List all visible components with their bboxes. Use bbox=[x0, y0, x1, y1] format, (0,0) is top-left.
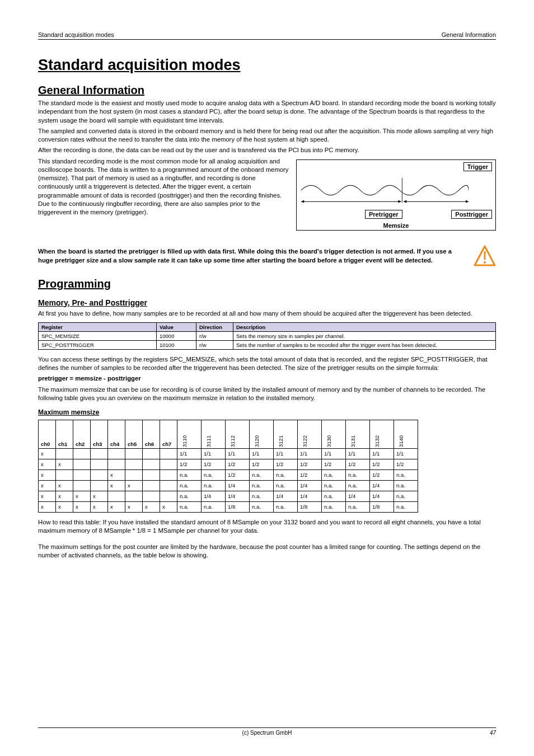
mem-p5: The maximum settings for the post counte… bbox=[38, 543, 496, 560]
mem-ch-cell bbox=[91, 469, 108, 480]
mem-model-cell: 1/2 bbox=[370, 469, 394, 480]
mem-model-cell: n.a. bbox=[202, 480, 226, 491]
reg-th-description: Description bbox=[233, 322, 496, 331]
mem-ch-cell: x bbox=[108, 469, 125, 480]
table-cell: Sets the memory size in samples per chan… bbox=[233, 331, 496, 340]
table-row: xxxxn.a.1/41/4n.a.1/41/4n.a.1/41/4n.a. bbox=[39, 491, 418, 501]
mem-ch-cell bbox=[91, 480, 108, 491]
mem-ch-cell: x bbox=[56, 501, 73, 512]
warning-icon bbox=[474, 245, 496, 267]
footer-center: (c) Spectrum GmbH bbox=[38, 730, 496, 736]
diagram-posttrigger-label: Posttrigger bbox=[451, 210, 492, 219]
mem-model-cell: n.a. bbox=[177, 469, 202, 480]
mem-model-cell: 1/1 bbox=[298, 448, 322, 459]
mem-th-model: 3111 bbox=[202, 420, 226, 448]
table-row: SPC_MEMSIZE10000r/wSets the memory size … bbox=[39, 331, 496, 340]
mem-ch-cell: x bbox=[143, 501, 160, 512]
mem-model-cell: n.a. bbox=[322, 491, 346, 501]
table-cell: 10100 bbox=[157, 340, 196, 349]
mem-ch-cell bbox=[108, 459, 125, 469]
diagram-pretrigger-label: Pretrigger bbox=[365, 210, 402, 219]
mem-model-cell: n.a. bbox=[250, 469, 274, 480]
mem-th-ch: ch3 bbox=[91, 420, 108, 448]
mem-model-cell: n.a. bbox=[202, 469, 226, 480]
mem-ch-cell: x bbox=[125, 480, 143, 491]
mem-ch-cell bbox=[73, 480, 91, 491]
reg-th-direction: Direction bbox=[196, 322, 233, 331]
subsection-memory: Memory, Pre- and Posttrigger bbox=[38, 298, 496, 307]
mem-th-ch: ch0 bbox=[39, 420, 56, 448]
mem-ch-cell: x bbox=[91, 501, 108, 512]
mem-ch-cell: x bbox=[39, 480, 56, 491]
mem-model-cell: 1/2 bbox=[226, 459, 250, 469]
mem-model-cell: 1/4 bbox=[298, 491, 322, 501]
mem-th-model: 3132 bbox=[370, 420, 394, 448]
mem-ch-cell: x bbox=[108, 480, 125, 491]
mem-th-ch: ch1 bbox=[56, 420, 73, 448]
mem-th-model: 3121 bbox=[274, 420, 298, 448]
mem-model-cell: 1/4 bbox=[274, 491, 298, 501]
mem-model-cell: n.a. bbox=[322, 469, 346, 480]
register-table: Register Value Direction Description SPC… bbox=[38, 322, 496, 350]
warning-text: When the board is started the pretrigger… bbox=[38, 247, 467, 265]
mem-model-cell: 1/2 bbox=[298, 469, 322, 480]
mem-model-cell: 1/1 bbox=[177, 448, 202, 459]
mem-model-cell: n.a. bbox=[322, 480, 346, 491]
memsize-diagram: Trigger Pretrigger Posttrigger Memsize bbox=[296, 159, 496, 231]
mem-ch-cell bbox=[108, 448, 125, 459]
mem-ch-cell bbox=[73, 469, 91, 480]
mem-model-cell: n.a. bbox=[322, 501, 346, 512]
mem-model-cell: 1/1 bbox=[322, 448, 346, 459]
mem-th-model: 3130 bbox=[322, 420, 346, 448]
mem-model-cell: n.a. bbox=[346, 469, 370, 480]
mem-model-cell: 1/2 bbox=[298, 459, 322, 469]
header-left: Standard acquisition modes bbox=[38, 31, 114, 38]
mem-ch-cell bbox=[143, 469, 160, 480]
mem-th-ch: ch5 bbox=[125, 420, 143, 448]
mem-model-cell: 1/1 bbox=[370, 448, 394, 459]
table-cell: r/w bbox=[196, 331, 233, 340]
mem-model-cell: 1/1 bbox=[202, 448, 226, 459]
max-memsize-table: ch0ch1ch2ch3ch4ch5ch6ch73110311131123120… bbox=[38, 420, 418, 513]
mem-ch-cell: x bbox=[39, 469, 56, 480]
mem-model-cell: n.a. bbox=[394, 501, 418, 512]
pretrigger-formula: pretrigger = memsize - posttrigger bbox=[38, 374, 496, 383]
mem-p4: How to read this table: If you have inst… bbox=[38, 518, 496, 536]
mem-model-cell: 1/2 bbox=[177, 459, 202, 469]
reg-th-register: Register bbox=[39, 322, 157, 331]
mem-ch-cell bbox=[56, 469, 73, 480]
mem-model-cell: n.a. bbox=[250, 491, 274, 501]
table-row: xxn.a.n.a.1/2n.a.n.a.1/2n.a.n.a.1/2n.a. bbox=[39, 469, 418, 480]
mem-model-cell: n.a. bbox=[250, 480, 274, 491]
mem-model-cell: n.a. bbox=[177, 501, 202, 512]
page-title: Standard acquisition modes bbox=[38, 57, 496, 74]
mem-model-cell: n.a. bbox=[274, 501, 298, 512]
mem-ch-cell: x bbox=[56, 491, 73, 501]
mem-ch-cell bbox=[73, 459, 91, 469]
mem-model-cell: n.a. bbox=[177, 491, 202, 501]
mem-model-cell: 1/2 bbox=[322, 459, 346, 469]
mem-ch-cell: x bbox=[39, 501, 56, 512]
table-row: xxxxxxxxn.a.n.a.1/8n.a.n.a.1/8n.a.n.a.1/… bbox=[39, 501, 418, 512]
mem-model-cell: 1/1 bbox=[226, 448, 250, 459]
general-info-p3: After the recording is done, the data ca… bbox=[38, 146, 496, 154]
diagram-wave bbox=[301, 178, 469, 203]
mem-ch-cell bbox=[91, 448, 108, 459]
mem-ch-cell: x bbox=[73, 501, 91, 512]
mem-model-cell: 1/2 bbox=[394, 459, 418, 469]
mem-ch-cell bbox=[91, 459, 108, 469]
mem-th-ch: ch6 bbox=[143, 420, 160, 448]
mem-model-cell: 1/4 bbox=[226, 491, 250, 501]
mem-model-cell: n.a. bbox=[394, 491, 418, 501]
table-cell: r/w bbox=[196, 340, 233, 349]
mem-th-model: 3140 bbox=[394, 420, 418, 448]
mem-model-cell: 1/2 bbox=[274, 459, 298, 469]
mem-ch-cell: x bbox=[56, 480, 73, 491]
mem-ch-cell bbox=[160, 491, 177, 501]
mem-model-cell: 1/8 bbox=[226, 501, 250, 512]
table-row: xx1/21/21/21/21/21/21/21/21/21/2 bbox=[39, 459, 418, 469]
mem-model-cell: 1/4 bbox=[370, 491, 394, 501]
mem-model-cell: 1/4 bbox=[346, 491, 370, 501]
mem-model-cell: 1/1 bbox=[346, 448, 370, 459]
mem-model-cell: 1/4 bbox=[226, 480, 250, 491]
